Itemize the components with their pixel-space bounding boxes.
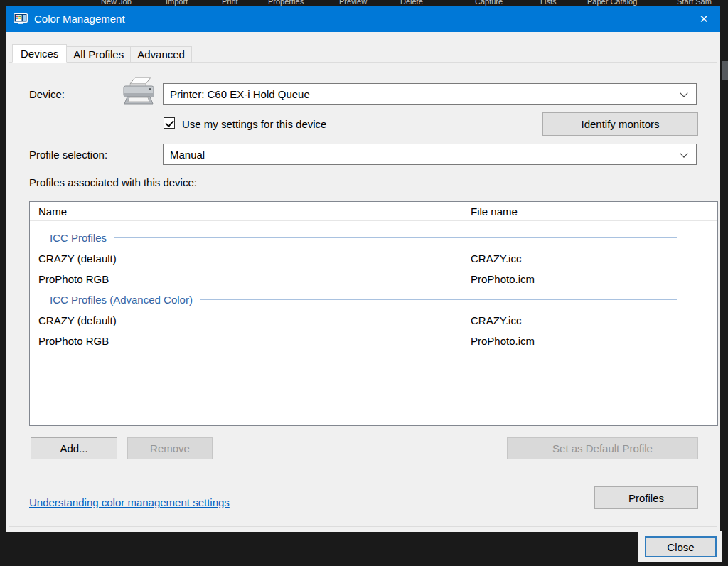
window-title: Color Management [34,13,125,25]
profile-name: ProPhoto RGB [30,335,109,347]
device-label: Device: [29,88,65,100]
profile-row[interactable]: CRAZY (default) CRAZY.icc [30,310,717,331]
profile-name: CRAZY (default) [30,252,117,265]
identify-monitors-button[interactable]: Identify monitors [542,112,698,136]
profile-name: ProPhoto RGB [30,273,109,285]
profile-file-name: ProPhoto.icm [471,335,535,347]
understanding-color-management-link[interactable]: Understanding color management settings [29,496,230,508]
chevron-down-icon [680,89,687,97]
group-header-icc-profiles: ICC Profiles [30,228,717,248]
close-button[interactable]: Close [645,536,717,557]
profiles-listview: Name File name ICC Profiles CRAZY (defau… [29,201,718,426]
profile-row[interactable]: ProPhoto RGB ProPhoto.icm [30,269,717,289]
devices-tab-panel: Device: Printer: C60 EX-i Hold Queue Use… [9,62,717,527]
background-toolbar-item[interactable]: New Job [101,0,132,6]
group-header-label: ICC Profiles [50,232,107,244]
tab-all-profiles[interactable]: All Profiles [66,46,131,63]
group-header-line [200,299,677,300]
background-toolbar-item[interactable]: Properties [268,0,304,6]
tab-strip: Devices All Profiles Advanced [12,44,192,63]
background-toolbar-item[interactable]: Delete [400,0,423,6]
background-fragment [722,61,728,80]
profile-row[interactable]: CRAZY (default) CRAZY.icc [30,248,717,269]
background-toolbar-item[interactable]: Paper Catalog [587,0,637,6]
profiles-associated-label: Profiles associated with this device: [29,176,197,188]
close-icon: ✕ [700,13,709,26]
tab-advanced[interactable]: Advanced [130,46,192,63]
titlebar: Color Management ✕ [6,6,720,32]
group-header-icc-profiles-advanced: ICC Profiles (Advanced Color) [30,289,717,310]
background-toolbar-item[interactable]: Preview [339,0,367,6]
dialog-footer: Close [638,531,722,562]
listview-body: ICC Profiles CRAZY (default) CRAZY.icc P… [30,221,717,351]
device-select-value: Printer: C60 EX-i Hold Queue [170,88,310,100]
profile-file-name: ProPhoto.icm [471,273,535,285]
set-as-default-profile-button: Set as Default Profile [507,437,698,459]
column-divider[interactable] [464,203,464,220]
device-select[interactable]: Printer: C60 EX-i Hold Queue [163,83,697,105]
group-header-label: ICC Profiles (Advanced Color) [50,294,193,306]
group-header-line [114,237,677,238]
printer-icon [119,75,159,110]
profiles-button[interactable]: Profiles [594,486,698,509]
use-settings-label: Use my settings for this device [182,118,326,130]
background-toolbar-item[interactable]: Import [166,0,188,6]
background-toolbar-item[interactable]: Print [222,0,238,6]
chevron-down-icon [680,149,687,157]
titlebar-close-button[interactable]: ✕ [687,6,720,32]
profile-file-name: CRAZY.icc [471,314,521,326]
column-header-name[interactable]: Name [38,205,67,218]
tab-devices[interactable]: Devices [12,44,67,63]
listview-header: Name File name [30,202,717,221]
column-header-file[interactable]: File name [471,205,518,218]
color-management-dialog: Color Management ✕ Devices All Profiles … [6,6,720,532]
column-divider[interactable] [682,203,682,220]
background-toolbar-item[interactable]: Capture [475,0,503,6]
remove-button: Remove [127,437,213,459]
profile-selection-value: Manual [170,149,205,161]
profile-selection-select[interactable]: Manual [163,144,697,165]
background-toolbar-item[interactable]: Lists [540,0,557,6]
color-management-icon [14,13,28,25]
use-settings-checkbox[interactable] [164,117,175,129]
profile-row[interactable]: ProPhoto RGB ProPhoto.icm [30,331,717,351]
background-toolbar-item[interactable]: Start Sam [677,0,712,6]
separator [26,471,718,471]
add-button[interactable]: Add... [31,437,117,459]
profile-file-name: CRAZY.icc [471,252,521,265]
profile-selection-label: Profile selection: [29,149,107,161]
profile-name: CRAZY (default) [30,314,117,326]
